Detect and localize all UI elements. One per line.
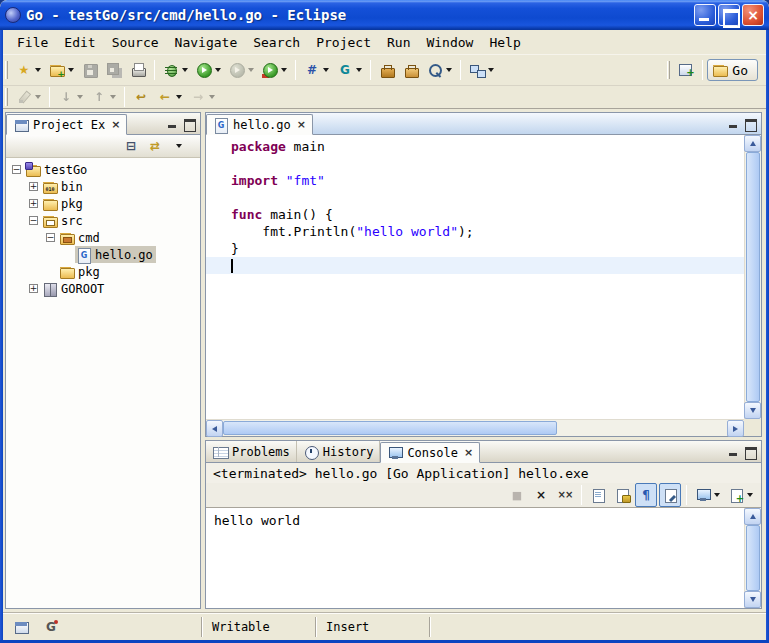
dropdown-arrow-icon[interactable] [323, 68, 329, 72]
tree-item-goroot[interactable]: GOROOT [41, 280, 107, 297]
forward-button[interactable] [187, 87, 218, 107]
tree-row[interactable]: +GOROOT [6, 280, 200, 297]
tree-item-testgo[interactable]: testGo [24, 161, 90, 178]
profile-button[interactable] [226, 58, 257, 82]
dropdown-arrow-icon[interactable] [110, 95, 116, 99]
toolbar-drag-handle[interactable] [5, 61, 8, 79]
scroll-down-button[interactable] [744, 402, 761, 419]
display-selected-console-button[interactable] [692, 483, 723, 507]
open-console-button[interactable] [725, 483, 756, 507]
tree-row[interactable]: −cmd [6, 229, 200, 246]
scrollbar-thumb[interactable] [223, 421, 557, 435]
menu-navigate[interactable]: Navigate [167, 33, 246, 52]
tab-close-icon[interactable]: × [464, 446, 473, 459]
tree-expander-icon[interactable]: − [29, 216, 38, 225]
menu-window[interactable]: Window [418, 33, 481, 52]
open-task-button[interactable] [376, 58, 398, 82]
dropdown-arrow-icon[interactable] [68, 68, 74, 72]
debug-button[interactable] [160, 58, 191, 82]
scroll-left-button[interactable] [206, 420, 223, 437]
scroll-up-button[interactable] [744, 135, 761, 152]
menu-run[interactable]: Run [379, 33, 418, 52]
new-go-element-button[interactable] [46, 58, 77, 82]
toolbar-drag-handle[interactable] [667, 61, 670, 79]
new-wizard-button[interactable] [13, 58, 44, 82]
close-button[interactable]: × [742, 4, 764, 26]
dropdown-arrow-icon[interactable] [182, 68, 188, 72]
maximize-view-button[interactable] [183, 118, 196, 130]
print-button[interactable] [127, 58, 149, 82]
terminate-button[interactable] [506, 483, 528, 507]
run-button[interactable] [193, 58, 224, 82]
view-menu-button[interactable] [168, 136, 185, 156]
tab-history[interactable]: History [297, 441, 381, 462]
dropdown-arrow-icon[interactable] [215, 68, 221, 72]
dropdown-arrow-icon[interactable] [446, 68, 452, 72]
pin-console-button[interactable] [659, 483, 681, 507]
tree-row[interactable]: −src [6, 212, 200, 229]
menu-source[interactable]: Source [104, 33, 167, 52]
external-tools-button[interactable] [259, 58, 290, 82]
tab-console[interactable]: Console× [380, 442, 480, 463]
dropdown-arrow-icon[interactable] [747, 493, 753, 497]
tree-row[interactable]: hello.go [6, 246, 200, 263]
tab-close-icon[interactable]: × [297, 118, 306, 131]
tree-row[interactable]: −testGo [6, 161, 200, 178]
tree-expander-icon[interactable]: + [29, 199, 38, 208]
scrollbar-thumb[interactable] [746, 525, 760, 591]
go-status-button[interactable] [40, 615, 62, 639]
maximize-button[interactable] [718, 4, 740, 26]
back-button[interactable] [154, 87, 185, 107]
menu-search[interactable]: Search [245, 33, 308, 52]
tree-row[interactable]: +pkg [6, 195, 200, 212]
minimize-view-button[interactable] [166, 118, 179, 130]
tree-expander-icon[interactable]: + [29, 182, 38, 191]
save-button[interactable] [79, 58, 101, 82]
go-tool-button[interactable] [334, 58, 365, 82]
scroll-up-button[interactable] [744, 508, 761, 525]
minimize-view-button[interactable] [727, 118, 740, 130]
mark-occurrences-button[interactable] [13, 87, 44, 107]
editor-horizontal-scrollbar[interactable] [206, 419, 744, 436]
editor-vertical-scrollbar[interactable] [744, 135, 761, 419]
dropdown-arrow-icon[interactable] [176, 144, 182, 148]
search-button[interactable] [424, 58, 455, 82]
open-resource-button[interactable] [400, 58, 422, 82]
tree-expander-icon[interactable]: − [12, 165, 21, 174]
dropdown-arrow-icon[interactable] [248, 68, 254, 72]
minimize-view-button[interactable] [727, 446, 740, 458]
remove-all-launches-button[interactable] [554, 483, 576, 507]
clear-console-button[interactable] [587, 483, 609, 507]
dropdown-arrow-icon[interactable] [35, 68, 41, 72]
code-editor[interactable]: package mainimport "fmt"func main() { fm… [206, 135, 744, 419]
go-new-app-button[interactable] [301, 58, 332, 82]
tab-close-icon[interactable]: × [111, 118, 120, 131]
tree-row[interactable]: pkg [6, 263, 200, 280]
maximize-view-button[interactable] [744, 446, 757, 458]
dropdown-arrow-icon[interactable] [209, 95, 215, 99]
dropdown-arrow-icon[interactable] [176, 95, 182, 99]
console-output[interactable]: hello world [206, 507, 761, 608]
tree-row[interactable]: +bin [6, 178, 200, 195]
tab-problems[interactable]: Problems [206, 441, 297, 462]
dropdown-arrow-icon[interactable] [356, 68, 362, 72]
title-bar[interactable]: Go - testGo/src/cmd/hello.go - Eclipse × [0, 0, 769, 30]
next-annotation-button[interactable] [55, 87, 86, 107]
tree-item-pkg[interactable]: pkg [58, 263, 103, 280]
scroll-down-button[interactable] [744, 591, 761, 608]
dropdown-arrow-icon[interactable] [281, 68, 287, 72]
toolbar-drag-handle[interactable] [5, 88, 8, 106]
console-scrollbar[interactable] [744, 508, 761, 608]
remove-launch-button[interactable] [530, 483, 552, 507]
dropdown-arrow-icon[interactable] [714, 493, 720, 497]
prev-annotation-button[interactable] [88, 87, 119, 107]
minimize-button[interactable] [694, 4, 716, 26]
open-perspective-button[interactable] [675, 58, 697, 82]
save-all-button[interactable] [103, 58, 125, 82]
dropdown-arrow-icon[interactable] [35, 95, 41, 99]
scroll-right-button[interactable] [727, 420, 744, 437]
maximize-view-button[interactable] [744, 118, 757, 130]
scrollbar-thumb[interactable] [746, 152, 760, 402]
dropdown-arrow-icon[interactable] [77, 95, 83, 99]
synchronize-button[interactable] [466, 58, 497, 82]
